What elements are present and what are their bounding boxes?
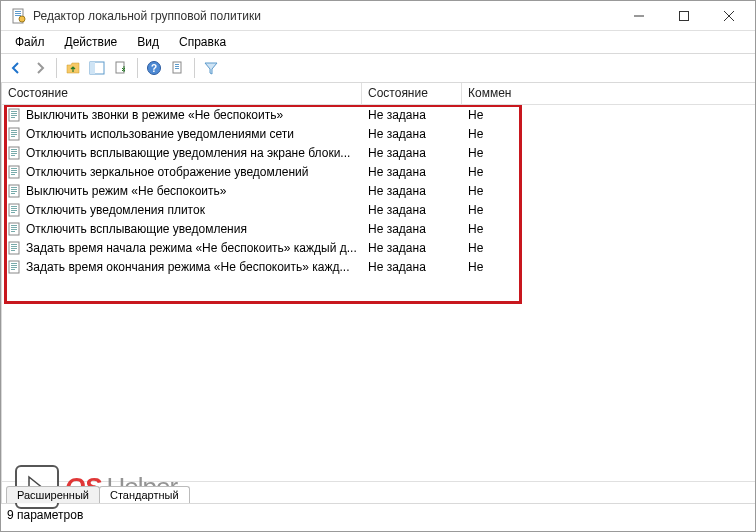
setting-icon [8,146,22,160]
setting-name: Отключить зеркальное отображение уведомл… [26,165,308,179]
setting-state: Не задана [368,260,426,274]
list-rows: Выключить звонки в режиме «Не беспокоить… [2,105,756,464]
titlebar: Редактор локальной групповой политики [1,1,755,31]
setting-name: Задать время окончания режима «Не беспок… [26,260,350,274]
svg-rect-12 [175,64,179,65]
setting-name: Отключить уведомления плиток [26,203,205,217]
svg-rect-60 [11,225,17,226]
app-icon [11,8,27,24]
svg-rect-5 [679,11,688,20]
close-button[interactable] [706,1,751,30]
list-row[interactable]: Отключить всплывающие уведомления на экр… [2,143,756,162]
window-title: Редактор локальной групповой политики [33,9,616,23]
tab-standard[interactable]: Стандартный [99,486,190,503]
up-button[interactable] [62,57,84,79]
menu-view[interactable]: Вид [127,33,169,51]
setting-state: Не задана [368,184,426,198]
help-button[interactable]: ? [143,57,165,79]
setting-comment: Не [468,165,483,179]
svg-rect-68 [11,250,15,251]
maximize-button[interactable] [661,1,706,30]
svg-rect-58 [11,212,15,213]
setting-state: Не задана [368,146,426,160]
svg-rect-37 [11,134,17,135]
svg-rect-45 [11,168,17,169]
setting-comment: Не [468,260,483,274]
setting-icon [8,108,22,122]
setting-state: Не задана [368,241,426,255]
menubar: Файл Действие Вид Справка [1,31,755,53]
svg-rect-3 [15,15,21,16]
toolbar-divider [56,58,57,78]
setting-icon [8,203,22,217]
show-hide-tree-button[interactable] [86,57,108,79]
list-horizontal-scrollbar[interactable] [2,464,756,481]
content-area: Политика "Локальный компью ▾Конфигурация… [1,83,755,503]
list-row[interactable]: Задать время окончания режима «Не беспок… [2,257,756,276]
setting-comment: Не [468,203,483,217]
svg-rect-57 [11,210,17,211]
svg-rect-55 [11,206,17,207]
minimize-button[interactable] [616,1,661,30]
setting-name: Отключить всплывающие уведомления [26,222,247,236]
svg-rect-13 [175,66,179,67]
tab-extended[interactable]: Расширенный [6,486,100,503]
list-row[interactable]: Отключить уведомления плитокНе заданаНе [2,200,756,219]
setting-name: Выключить звонки в режиме «Не беспокоить… [26,108,283,122]
column-header-setting[interactable]: Состояние [2,83,362,104]
svg-rect-40 [11,149,17,150]
column-header-comment[interactable]: Коммен [462,83,756,104]
setting-name: Выключить режим «Не беспокоить» [26,184,226,198]
svg-rect-70 [11,263,17,264]
svg-rect-62 [11,229,17,230]
svg-rect-43 [11,155,15,156]
svg-rect-14 [175,68,179,69]
list-row[interactable]: Задать время начала режима «Не беспокоит… [2,238,756,257]
svg-rect-7 [90,62,95,74]
setting-comment: Не [468,184,483,198]
setting-icon [8,127,22,141]
svg-rect-36 [11,132,17,133]
svg-rect-50 [11,187,17,188]
setting-name: Отключить всплывающие уведомления на экр… [26,146,350,160]
setting-icon [8,260,22,274]
svg-rect-11 [173,62,181,73]
forward-button[interactable] [29,57,51,79]
list-row[interactable]: Отключить использование уведомлениями се… [2,124,756,143]
setting-state: Не задана [368,165,426,179]
list-row[interactable]: Отключить всплывающие уведомленияНе зада… [2,219,756,238]
menu-file[interactable]: Файл [5,33,55,51]
status-text: 9 параметров [7,508,83,522]
menu-action[interactable]: Действие [55,33,128,51]
svg-rect-66 [11,246,17,247]
list-row[interactable]: Отключить зеркальное отображение уведомл… [2,162,756,181]
setting-comment: Не [468,222,483,236]
export-list-button[interactable] [110,57,132,79]
toolbar-divider [137,58,138,78]
properties-button[interactable] [167,57,189,79]
svg-rect-41 [11,151,17,152]
svg-rect-73 [11,269,15,270]
setting-state: Не задана [368,222,426,236]
list-row[interactable]: Выключить режим «Не беспокоить»Не задана… [2,181,756,200]
svg-rect-30 [11,111,17,112]
svg-rect-72 [11,267,17,268]
setting-state: Не задана [368,108,426,122]
view-tabs: Расширенный Стандартный [2,481,756,503]
svg-rect-53 [11,193,15,194]
filter-button[interactable] [200,57,222,79]
window-controls [616,1,751,30]
back-button[interactable] [5,57,27,79]
menu-help[interactable]: Справка [169,33,236,51]
list-row[interactable]: Выключить звонки в режиме «Не беспокоить… [2,105,756,124]
toolbar-divider [194,58,195,78]
svg-rect-67 [11,248,17,249]
svg-rect-46 [11,170,17,171]
setting-comment: Не [468,241,483,255]
column-header-state[interactable]: Состояние [362,83,462,104]
svg-rect-61 [11,227,17,228]
setting-icon [8,165,22,179]
svg-rect-52 [11,191,17,192]
toolbar: ? [1,53,755,83]
setting-state: Не задана [368,203,426,217]
